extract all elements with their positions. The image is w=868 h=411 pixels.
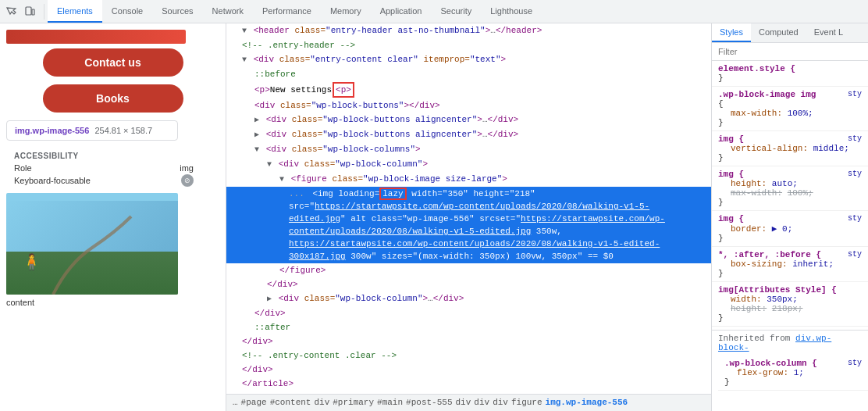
html-line-close-figure[interactable]: </figure> (226, 263, 711, 277)
dollar-sign: ... (289, 189, 304, 198)
bc-div1[interactable]: div (314, 398, 329, 408)
style-prop-strikethrough: max-width: (731, 188, 782, 198)
html-line-close-columns[interactable]: </div> (226, 306, 711, 320)
inspect-icon[interactable] (3, 4, 19, 20)
styles-tabs: Styles Computed Event L (712, 23, 868, 43)
style-rule-star: *, :after, :before { sty box-sizing: inh… (712, 247, 868, 282)
html-line-column[interactable]: <div class="wp-block-column"> (226, 157, 711, 172)
style-val: 100%; (788, 109, 813, 118)
lazy-highlight: lazy (379, 188, 406, 200)
tab-network[interactable]: Network (203, 0, 253, 23)
html-tree[interactable]: <header class="entry-header ast-no-thumb… (226, 23, 711, 394)
element-size: 254.81 × 158.7 (94, 126, 152, 135)
style-rule-wp-block-column: .wp-block-column { sty flex-grow: 1; } (718, 356, 868, 391)
acc-keyboard-icon: ⊘ (181, 174, 194, 187)
style-selector-6: *, :after, :before { (718, 250, 821, 259)
bc-figure[interactable]: figure (511, 398, 542, 408)
html-line-column2[interactable]: <div class="wp-block-column">…</div> (226, 291, 711, 306)
html-line-img-selected[interactable]: ... <img loading=lazy width="350" height… (226, 187, 711, 263)
acc-role-value: img (180, 163, 194, 173)
tab-sources[interactable]: Sources (152, 0, 202, 23)
right-panel: Styles Computed Event L element.style { … (712, 23, 868, 411)
bc-current[interactable]: img.wp-image-556 (546, 398, 628, 408)
tab-styles[interactable]: Styles (712, 23, 751, 42)
style-rule-wp-block-image: .wp-block-image img sty { max-width: 100… (712, 87, 868, 131)
style-prop: flex-grow: (737, 368, 788, 377)
html-line-before[interactable]: ::before (226, 67, 711, 81)
bc-main[interactable]: #main (377, 398, 403, 408)
img-alt: alt class="wp-image-556" srcset="https:/… (289, 214, 665, 261)
acc-keyboard-row: Keyboard-focusable ⊘ (14, 174, 194, 187)
expand-icon[interactable] (279, 175, 284, 184)
expand-icon[interactable] (267, 160, 272, 169)
expand-icon[interactable] (242, 27, 247, 35)
tab-security[interactable]: Security (431, 0, 481, 23)
style-prop: border: (731, 224, 767, 234)
expand-icon[interactable] (267, 295, 272, 303)
expand-icon[interactable] (254, 130, 259, 139)
tab-console[interactable]: Console (102, 0, 152, 23)
tab-lighthouse[interactable]: Lighthouse (481, 0, 542, 23)
html-line-close-div2[interactable]: </div> (226, 363, 711, 377)
left-panel: Contact us Books img.wp-image-556 254.81… (0, 23, 226, 411)
tab-performance[interactable]: Performance (253, 0, 321, 23)
html-line-figure[interactable]: <figure class="wp-block-image size-large… (226, 172, 711, 187)
bc-div3[interactable]: div (474, 398, 489, 408)
bc-div4[interactable]: div (493, 398, 508, 408)
html-line-buttons3[interactable]: <div class="wp-block-buttons aligncenter… (226, 127, 711, 142)
bc-primary[interactable]: #primary (333, 398, 374, 408)
preview-image: 🧍 (6, 193, 178, 295)
style-source-3[interactable]: sty (848, 134, 862, 143)
main-area: Contact us Books img.wp-image-556 254.81… (0, 23, 868, 411)
device-icon[interactable] (22, 4, 37, 20)
filter-input[interactable] (718, 47, 862, 56)
expand-icon[interactable] (242, 55, 247, 64)
style-source-8[interactable]: sty (848, 359, 862, 367)
html-line-close-article[interactable]: </article> (226, 377, 711, 391)
style-prop-strikethrough: height: (731, 304, 767, 313)
style-source-2[interactable]: sty (848, 90, 862, 98)
html-line-comment1[interactable]: <!-- .entry-header --> (226, 38, 711, 52)
html-line-close-entry[interactable]: </div> (226, 334, 711, 348)
style-rule-img-height: img { sty height: auto; max-width: 100%;… (712, 166, 868, 211)
tab-memory[interactable]: Memory (321, 0, 371, 23)
style-source-6[interactable]: sty (848, 250, 862, 259)
bc-content[interactable]: #content (270, 398, 311, 408)
filter-bar[interactable] (712, 43, 868, 61)
html-line-p-new[interactable]: <p>New settings<p> (226, 81, 711, 98)
contact-us-button[interactable]: Contact us (43, 48, 183, 77)
style-val-strikethrough: 218px; (772, 304, 803, 313)
expand-icon[interactable] (254, 145, 259, 154)
tab-computed[interactable]: Computed (751, 23, 806, 42)
html-line-comment2[interactable]: <!-- .entry-content .clear --> (226, 348, 711, 363)
style-source-4[interactable]: sty (848, 170, 862, 178)
html-line-buttons2[interactable]: <div class="wp-block-buttons aligncenter… (226, 113, 711, 127)
preview-person: 🧍 (22, 252, 41, 271)
html-line-after[interactable]: ::after (226, 320, 711, 334)
books-button[interactable]: Books (43, 84, 183, 113)
styles-content: element.style { } .wp-block-image img st… (712, 61, 868, 411)
bc-post555[interactable]: #post-555 (406, 398, 452, 408)
img-tag-open: <img (312, 189, 338, 198)
accessibility-label: ACCESSIBILITY (14, 152, 194, 160)
tab-application[interactable]: Application (371, 0, 432, 23)
style-selector: element.style { (718, 64, 795, 73)
svg-rect-0 (26, 7, 31, 15)
html-line-close-div1[interactable]: </div> (226, 277, 711, 291)
style-selector-3: img { (718, 134, 744, 144)
bc-div2[interactable]: div (456, 398, 471, 408)
style-val: middle; (813, 144, 849, 153)
html-line-buttons1[interactable]: <div class="wp-block-buttons"></div> (226, 98, 711, 113)
html-line-div-entry[interactable]: <div class="entry-content clear" itempro… (226, 52, 711, 67)
style-val: auto; (772, 179, 798, 188)
style-rule-img-border: img { sty border: ▶ 0; } (712, 211, 868, 247)
bc-ellipsis[interactable]: … (233, 398, 238, 408)
html-line-columns[interactable]: <div class="wp-block-columns"> (226, 142, 711, 157)
tab-event-listeners[interactable]: Event L (806, 23, 851, 42)
html-line-header[interactable]: <header class="entry-header ast-no-thumb… (226, 23, 711, 38)
tab-elements[interactable]: Elements (48, 0, 102, 23)
bc-page[interactable]: #page (241, 398, 267, 408)
style-source-5[interactable]: sty (848, 214, 862, 223)
expand-icon[interactable] (254, 116, 259, 124)
style-prop: max-width: (731, 109, 782, 118)
